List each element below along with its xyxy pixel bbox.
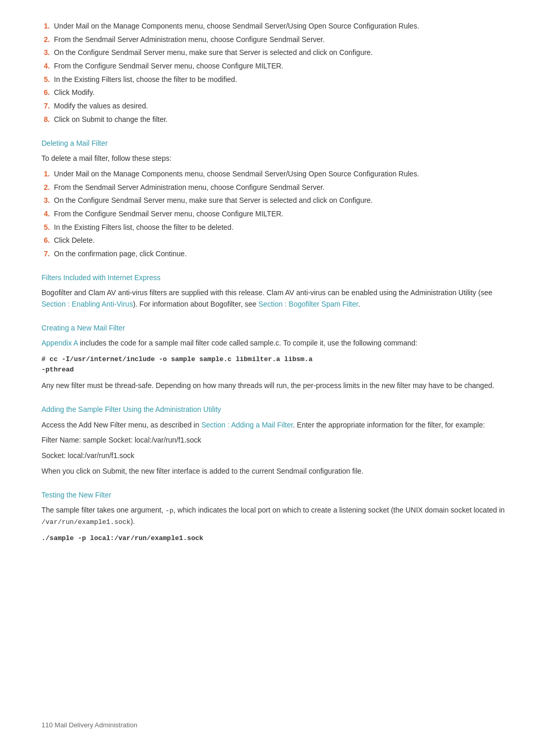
list-item: From the Configure Sendmail Server menu,… — [52, 209, 519, 220]
creating-filter-heading: Creating a New Mail Filter — [41, 323, 519, 334]
testing-filter-heading: Testing the New Filter — [41, 490, 519, 501]
filters-included-section: Filters Included with Internet Express B… — [41, 272, 519, 310]
list-item: Click Modify. — [52, 87, 519, 99]
creating-filter-text-after-link: includes the code for a sample mail filt… — [78, 339, 417, 347]
testing-text-middle: , which indicates the local port on whic… — [174, 506, 505, 514]
creating-filter-text: Appendix A includes the code for a sampl… — [41, 338, 519, 349]
filters-text-after: . — [358, 300, 360, 308]
list-item: On the Configure Sendmail Server menu, m… — [52, 195, 519, 206]
inline-code-p: -p — [165, 507, 174, 515]
list-item: Click on Submit to change the filter. — [52, 114, 519, 126]
testing-filter-section: Testing the New Filter The sample filter… — [41, 490, 519, 544]
adding-mail-filter-link[interactable]: Section : Adding a Mail Filter — [201, 421, 293, 429]
testing-text-after: ). — [131, 517, 135, 526]
page-footer: 110 Mail Delivery Administration — [41, 720, 137, 730]
bogofilter-link[interactable]: Section : Bogofilter Spam Filter — [258, 300, 358, 308]
list-item: From the Sendmail Server Administration … — [52, 34, 519, 46]
list-item: From the Sendmail Server Administration … — [52, 182, 519, 194]
adding-sample-text: Access the Add New Filter menu, as descr… — [41, 420, 519, 431]
filters-text-before: Bogofilter and Clam AV anti-virus filter… — [41, 288, 492, 297]
creating-filter-text2: Any new filter must be thread-safe. Depe… — [41, 380, 519, 392]
filters-included-text: Bogofilter and Clam AV anti-virus filter… — [41, 287, 519, 310]
appendix-a-link[interactable]: Appendix A — [41, 339, 78, 347]
socket-line: Socket: local:/var/run/f1.sock — [41, 450, 519, 462]
adding-sample-text2: When you click on Submit, the new filter… — [41, 466, 519, 477]
list-item: Click Delete. — [52, 235, 519, 246]
deleting-filter-heading: Deleting a Mail Filter — [41, 138, 519, 149]
adding-sample-section: Adding the Sample Filter Using the Admin… — [41, 404, 519, 477]
testing-text-before: The sample filter takes one argument, — [41, 506, 165, 514]
creating-filter-section: Creating a New Mail Filter Appendix A in… — [41, 323, 519, 392]
adding-sample-text-after-link: . Enter the appropriate information for … — [293, 421, 485, 429]
filters-text-between: ). For information about Bogofilter, see — [133, 300, 258, 308]
list-item: Under Mail on the Manage Components menu… — [52, 21, 519, 32]
list-item: In the Existing Filters list, choose the… — [52, 74, 519, 86]
modifying-steps-section: Under Mail on the Manage Components menu… — [41, 21, 519, 126]
adding-sample-text-before: Access the Add New Filter menu, as descr… — [41, 421, 201, 429]
testing-filter-text: The sample filter takes one argument, -p… — [41, 505, 519, 528]
adding-sample-heading: Adding the Sample Filter Using the Admin… — [41, 404, 519, 416]
deleting-filter-intro: To delete a mail filter, follow these st… — [41, 153, 519, 164]
enabling-antivirus-link[interactable]: Section : Enabling Anti-Virus — [41, 300, 133, 308]
inline-code-path: /var/run/example1.sock — [41, 518, 131, 526]
filter-name-line: Filter Name: sample Socket: local:/var/r… — [41, 435, 519, 446]
filters-included-heading: Filters Included with Internet Express — [41, 272, 519, 284]
list-item: In the Existing Filters list, choose the… — [52, 222, 519, 233]
deleting-filter-section: Deleting a Mail Filter To delete a mail … — [41, 138, 519, 260]
list-item: On the Configure Sendmail Server menu, m… — [52, 47, 519, 59]
list-item: On the confirmation page, click Continue… — [52, 248, 519, 260]
list-item: Under Mail on the Manage Components menu… — [52, 169, 519, 180]
sample-command-code: ./sample -p local:/var/run/example1.sock — [41, 533, 519, 544]
list-item: From the Configure Sendmail Server menu,… — [52, 61, 519, 72]
compile-command-code: # cc -I/usr/internet/include -o sample s… — [41, 354, 519, 375]
list-item: Modify the values as desired. — [52, 101, 519, 112]
